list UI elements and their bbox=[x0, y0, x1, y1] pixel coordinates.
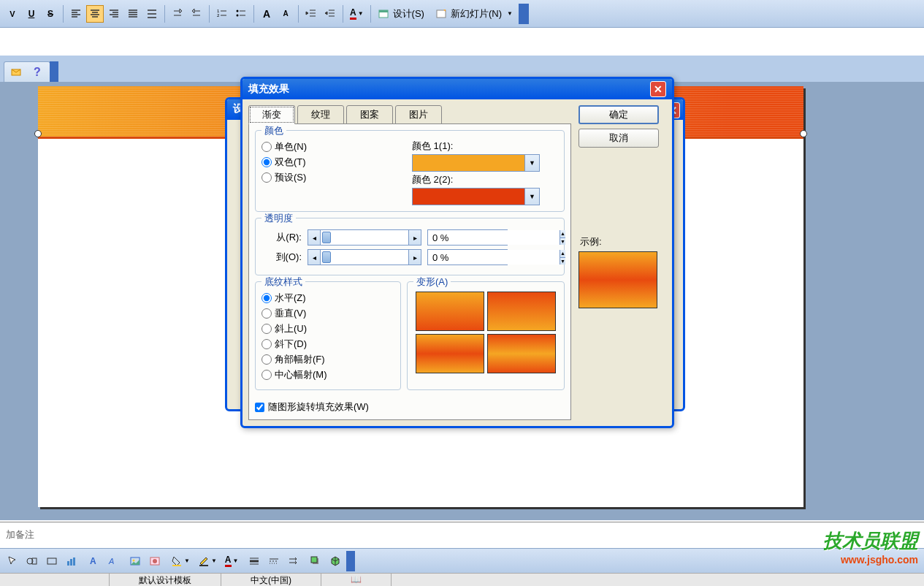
slider-thumb[interactable] bbox=[322, 251, 331, 263]
radio-single-color[interactable]: 单色(N) bbox=[261, 140, 412, 153]
color2-dropdown[interactable]: ▼ bbox=[524, 189, 539, 205]
notes-pane[interactable]: 加备注 bbox=[0, 522, 924, 548]
align-left-button[interactable] bbox=[67, 5, 85, 23]
watermark-url: www.jsgho.com bbox=[823, 554, 918, 566]
spin-down[interactable]: ▼ bbox=[560, 238, 565, 246]
slider-thumb[interactable] bbox=[322, 232, 331, 243]
fill-effects-dialog: 填充效果 ✕ 渐变 纹理 图案 图片 颜色 单色(N) 双色(T) 预设(S bbox=[240, 77, 674, 428]
increase-indent-button[interactable] bbox=[321, 5, 339, 23]
bullet-list-button[interactable] bbox=[232, 5, 250, 23]
svg-rect-6 bbox=[437, 10, 446, 18]
radio-horizontal[interactable]: 水平(Z) bbox=[261, 292, 394, 305]
align-center-button[interactable] bbox=[86, 5, 104, 23]
radio-diag-up[interactable]: 斜上(U) bbox=[261, 322, 394, 335]
trans-to-input[interactable] bbox=[428, 250, 560, 265]
radio-diag-down[interactable]: 斜下(D) bbox=[261, 338, 394, 351]
slider-dec[interactable]: ◂ bbox=[308, 249, 321, 265]
align-justify-button[interactable] bbox=[124, 5, 142, 23]
svg-text:A: A bbox=[90, 556, 96, 566]
svg-rect-21 bbox=[199, 565, 208, 566]
numbered-list-button[interactable]: 12 bbox=[213, 5, 231, 23]
svg-rect-10 bbox=[47, 558, 56, 564]
color1-dropdown[interactable]: ▼ bbox=[524, 155, 539, 171]
align-right-button[interactable] bbox=[105, 5, 123, 23]
bottom-end-grip[interactable] bbox=[346, 551, 355, 571]
svg-point-19 bbox=[153, 559, 157, 563]
svg-rect-11 bbox=[67, 561, 69, 566]
text-box-icon[interactable]: A bbox=[85, 552, 102, 570]
trans-to-spinner[interactable]: ▲▼ bbox=[427, 249, 508, 265]
wordart-icon[interactable]: A bbox=[104, 552, 122, 570]
rtl-button[interactable] bbox=[188, 5, 205, 23]
decrease-font-button[interactable]: A bbox=[277, 5, 294, 23]
color1-label: 颜色 1(1): bbox=[412, 140, 558, 153]
rectangle-icon[interactable] bbox=[43, 552, 61, 570]
cancel-button[interactable]: 取消 bbox=[579, 129, 659, 148]
radio-preset[interactable]: 预设(S) bbox=[261, 171, 412, 184]
color2-picker[interactable]: ▼ bbox=[412, 188, 540, 205]
line-style-icon[interactable] bbox=[245, 552, 263, 570]
help-button[interactable]: ? bbox=[28, 64, 46, 81]
slider-inc[interactable]: ▸ bbox=[408, 249, 421, 265]
tab-picture[interactable]: 图片 bbox=[395, 105, 442, 124]
variant-3[interactable] bbox=[416, 334, 484, 373]
design-toolbar-button[interactable]: 设计(S) bbox=[375, 5, 431, 23]
color2-swatch bbox=[413, 189, 524, 205]
tab-gradient[interactable]: 渐变 bbox=[248, 105, 295, 124]
tab-texture[interactable]: 纹理 bbox=[297, 105, 344, 124]
radio-from-center[interactable]: 中心幅射(M) bbox=[261, 368, 394, 381]
distribute-button[interactable] bbox=[143, 5, 161, 23]
key-v-icon[interactable]: V bbox=[4, 5, 21, 23]
autoshapes-icon[interactable] bbox=[23, 552, 41, 570]
variant-1[interactable] bbox=[416, 292, 484, 331]
spin-down[interactable]: ▼ bbox=[560, 258, 565, 265]
selection-handle-left[interactable] bbox=[34, 130, 42, 137]
trans-to-slider[interactable]: ◂ ▸ bbox=[308, 249, 421, 265]
dash-style-icon[interactable] bbox=[265, 552, 283, 570]
radio-from-corner[interactable]: 角部幅射(F) bbox=[261, 353, 394, 366]
ok-button[interactable]: 确定 bbox=[579, 105, 659, 124]
slider-dec[interactable]: ◂ bbox=[308, 229, 321, 246]
rotate-with-shape-checkbox[interactable]: 随图形旋转填充效果(W) bbox=[255, 400, 565, 414]
secondary-end-grip[interactable] bbox=[50, 61, 58, 82]
shadow-icon[interactable] bbox=[307, 552, 324, 570]
dialog-close-button[interactable]: ✕ bbox=[650, 81, 666, 97]
radio-two-color[interactable]: 双色(T) bbox=[261, 156, 412, 169]
mail-icon[interactable] bbox=[8, 64, 26, 81]
chart-icon[interactable] bbox=[63, 552, 80, 570]
insert-clipart-icon[interactable] bbox=[146, 552, 164, 570]
font-color-draw-icon[interactable]: A▼ bbox=[222, 552, 242, 570]
line-color-icon[interactable]: ▼ bbox=[195, 552, 220, 570]
variant-4[interactable] bbox=[487, 334, 556, 373]
color-fieldset: 颜色 单色(N) 双色(T) 预设(S) 颜色 1(1): ▼ bbox=[255, 130, 565, 212]
arrow-style-icon[interactable] bbox=[285, 552, 302, 570]
strikethrough-button[interactable]: S bbox=[42, 5, 59, 23]
svg-rect-13 bbox=[73, 558, 75, 566]
trans-from-input[interactable] bbox=[428, 230, 560, 245]
insert-picture-icon[interactable] bbox=[126, 552, 144, 570]
trans-from-spinner[interactable]: ▲▼ bbox=[427, 229, 508, 246]
status-bar: 默认设计模板 中文(中国) 📖 bbox=[0, 573, 924, 586]
trans-from-slider[interactable]: ◂ ▸ bbox=[308, 229, 421, 246]
underline-button[interactable]: U bbox=[23, 5, 40, 23]
selection-handle-right[interactable] bbox=[800, 130, 807, 137]
new-slide-button[interactable]: 新幻灯片(N)▼ bbox=[432, 5, 516, 23]
toolbar-end-grip[interactable] bbox=[519, 4, 529, 24]
trans-from-label: 从(R): bbox=[261, 231, 302, 244]
spin-up[interactable]: ▲ bbox=[560, 250, 565, 258]
select-objects-icon[interactable] bbox=[4, 552, 21, 570]
dialog-titlebar[interactable]: 填充效果 ✕ bbox=[243, 79, 672, 99]
status-spellcheck-icon[interactable]: 📖 bbox=[321, 574, 392, 586]
fill-color-icon[interactable]: ▼ bbox=[168, 552, 193, 570]
3d-icon[interactable] bbox=[327, 552, 344, 570]
decrease-indent-button[interactable] bbox=[302, 5, 320, 23]
spin-up[interactable]: ▲ bbox=[560, 230, 565, 238]
variant-2[interactable] bbox=[487, 292, 556, 331]
color1-picker[interactable]: ▼ bbox=[412, 154, 540, 172]
increase-font-button[interactable]: A bbox=[258, 5, 275, 23]
tab-pattern[interactable]: 图案 bbox=[346, 105, 393, 124]
radio-vertical[interactable]: 垂直(V) bbox=[261, 307, 394, 320]
slider-inc[interactable]: ▸ bbox=[408, 229, 421, 246]
ltr-button[interactable] bbox=[169, 5, 186, 23]
font-color-button[interactable]: A▼ bbox=[347, 5, 367, 23]
